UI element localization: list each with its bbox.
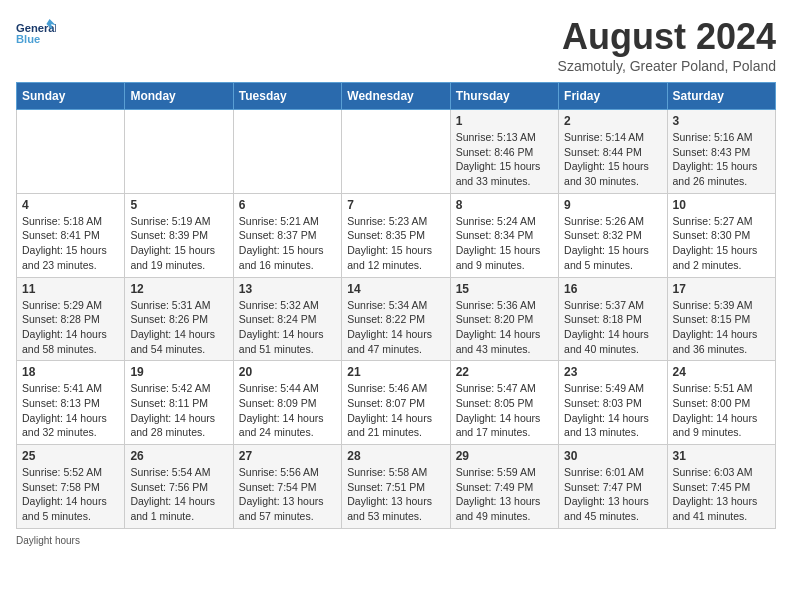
calendar-table: SundayMondayTuesdayWednesdayThursdayFrid… <box>16 82 776 529</box>
day-number: 7 <box>347 198 444 212</box>
calendar-week-row: 4Sunrise: 5:18 AMSunset: 8:41 PMDaylight… <box>17 193 776 277</box>
calendar-cell <box>233 110 341 194</box>
day-info: Sunrise: 5:14 AMSunset: 8:44 PMDaylight:… <box>564 130 661 189</box>
logo: General Blue <box>16 16 56 51</box>
calendar-cell: 4Sunrise: 5:18 AMSunset: 8:41 PMDaylight… <box>17 193 125 277</box>
calendar-cell: 5Sunrise: 5:19 AMSunset: 8:39 PMDaylight… <box>125 193 233 277</box>
day-info: Sunrise: 5:42 AMSunset: 8:11 PMDaylight:… <box>130 381 227 440</box>
day-info: Sunrise: 5:18 AMSunset: 8:41 PMDaylight:… <box>22 214 119 273</box>
day-info: Sunrise: 5:39 AMSunset: 8:15 PMDaylight:… <box>673 298 770 357</box>
calendar-cell: 15Sunrise: 5:36 AMSunset: 8:20 PMDayligh… <box>450 277 558 361</box>
calendar-cell: 16Sunrise: 5:37 AMSunset: 8:18 PMDayligh… <box>559 277 667 361</box>
day-number: 5 <box>130 198 227 212</box>
day-number: 22 <box>456 365 553 379</box>
day-number: 11 <box>22 282 119 296</box>
day-info: Sunrise: 5:59 AMSunset: 7:49 PMDaylight:… <box>456 465 553 524</box>
calendar-cell: 7Sunrise: 5:23 AMSunset: 8:35 PMDaylight… <box>342 193 450 277</box>
day-number: 4 <box>22 198 119 212</box>
day-number: 10 <box>673 198 770 212</box>
month-title: August 2024 <box>558 16 776 58</box>
calendar-cell: 26Sunrise: 5:54 AMSunset: 7:56 PMDayligh… <box>125 445 233 529</box>
day-number: 16 <box>564 282 661 296</box>
calendar-cell: 29Sunrise: 5:59 AMSunset: 7:49 PMDayligh… <box>450 445 558 529</box>
day-number: 1 <box>456 114 553 128</box>
calendar-week-row: 11Sunrise: 5:29 AMSunset: 8:28 PMDayligh… <box>17 277 776 361</box>
day-number: 13 <box>239 282 336 296</box>
day-info: Sunrise: 6:01 AMSunset: 7:47 PMDaylight:… <box>564 465 661 524</box>
calendar-cell: 22Sunrise: 5:47 AMSunset: 8:05 PMDayligh… <box>450 361 558 445</box>
day-info: Sunrise: 5:21 AMSunset: 8:37 PMDaylight:… <box>239 214 336 273</box>
calendar-cell: 6Sunrise: 5:21 AMSunset: 8:37 PMDaylight… <box>233 193 341 277</box>
day-info: Sunrise: 5:13 AMSunset: 8:46 PMDaylight:… <box>456 130 553 189</box>
weekday-header-tuesday: Tuesday <box>233 83 341 110</box>
day-number: 23 <box>564 365 661 379</box>
day-info: Sunrise: 5:16 AMSunset: 8:43 PMDaylight:… <box>673 130 770 189</box>
calendar-cell: 28Sunrise: 5:58 AMSunset: 7:51 PMDayligh… <box>342 445 450 529</box>
calendar-cell: 9Sunrise: 5:26 AMSunset: 8:32 PMDaylight… <box>559 193 667 277</box>
day-info: Sunrise: 5:27 AMSunset: 8:30 PMDaylight:… <box>673 214 770 273</box>
calendar-week-row: 1Sunrise: 5:13 AMSunset: 8:46 PMDaylight… <box>17 110 776 194</box>
weekday-header-monday: Monday <box>125 83 233 110</box>
day-info: Sunrise: 5:32 AMSunset: 8:24 PMDaylight:… <box>239 298 336 357</box>
day-number: 14 <box>347 282 444 296</box>
day-number: 6 <box>239 198 336 212</box>
day-number: 2 <box>564 114 661 128</box>
location-title: Szamotuly, Greater Poland, Poland <box>558 58 776 74</box>
day-number: 24 <box>673 365 770 379</box>
day-number: 8 <box>456 198 553 212</box>
day-number: 18 <box>22 365 119 379</box>
calendar-cell: 21Sunrise: 5:46 AMSunset: 8:07 PMDayligh… <box>342 361 450 445</box>
weekday-header-wednesday: Wednesday <box>342 83 450 110</box>
calendar-cell: 13Sunrise: 5:32 AMSunset: 8:24 PMDayligh… <box>233 277 341 361</box>
day-info: Sunrise: 5:26 AMSunset: 8:32 PMDaylight:… <box>564 214 661 273</box>
header: General Blue August 2024 Szamotuly, Grea… <box>16 16 776 74</box>
calendar-cell: 30Sunrise: 6:01 AMSunset: 7:47 PMDayligh… <box>559 445 667 529</box>
day-number: 31 <box>673 449 770 463</box>
day-info: Sunrise: 5:29 AMSunset: 8:28 PMDaylight:… <box>22 298 119 357</box>
logo-icon: General Blue <box>16 16 56 51</box>
calendar-week-row: 25Sunrise: 5:52 AMSunset: 7:58 PMDayligh… <box>17 445 776 529</box>
calendar-cell: 25Sunrise: 5:52 AMSunset: 7:58 PMDayligh… <box>17 445 125 529</box>
day-info: Sunrise: 5:19 AMSunset: 8:39 PMDaylight:… <box>130 214 227 273</box>
calendar-cell: 20Sunrise: 5:44 AMSunset: 8:09 PMDayligh… <box>233 361 341 445</box>
day-number: 15 <box>456 282 553 296</box>
title-area: August 2024 Szamotuly, Greater Poland, P… <box>558 16 776 74</box>
day-info: Sunrise: 5:36 AMSunset: 8:20 PMDaylight:… <box>456 298 553 357</box>
day-info: Sunrise: 5:44 AMSunset: 8:09 PMDaylight:… <box>239 381 336 440</box>
day-number: 9 <box>564 198 661 212</box>
calendar-cell: 31Sunrise: 6:03 AMSunset: 7:45 PMDayligh… <box>667 445 775 529</box>
day-info: Sunrise: 6:03 AMSunset: 7:45 PMDaylight:… <box>673 465 770 524</box>
calendar-cell: 14Sunrise: 5:34 AMSunset: 8:22 PMDayligh… <box>342 277 450 361</box>
calendar-cell: 19Sunrise: 5:42 AMSunset: 8:11 PMDayligh… <box>125 361 233 445</box>
day-info: Sunrise: 5:47 AMSunset: 8:05 PMDaylight:… <box>456 381 553 440</box>
day-info: Sunrise: 5:34 AMSunset: 8:22 PMDaylight:… <box>347 298 444 357</box>
weekday-header-friday: Friday <box>559 83 667 110</box>
day-info: Sunrise: 5:52 AMSunset: 7:58 PMDaylight:… <box>22 465 119 524</box>
weekday-header-thursday: Thursday <box>450 83 558 110</box>
calendar-cell: 11Sunrise: 5:29 AMSunset: 8:28 PMDayligh… <box>17 277 125 361</box>
calendar-cell: 2Sunrise: 5:14 AMSunset: 8:44 PMDaylight… <box>559 110 667 194</box>
day-number: 26 <box>130 449 227 463</box>
day-info: Sunrise: 5:46 AMSunset: 8:07 PMDaylight:… <box>347 381 444 440</box>
day-info: Sunrise: 5:31 AMSunset: 8:26 PMDaylight:… <box>130 298 227 357</box>
day-number: 21 <box>347 365 444 379</box>
calendar-cell: 8Sunrise: 5:24 AMSunset: 8:34 PMDaylight… <box>450 193 558 277</box>
calendar-cell: 27Sunrise: 5:56 AMSunset: 7:54 PMDayligh… <box>233 445 341 529</box>
day-number: 27 <box>239 449 336 463</box>
day-info: Sunrise: 5:41 AMSunset: 8:13 PMDaylight:… <box>22 381 119 440</box>
day-number: 28 <box>347 449 444 463</box>
day-number: 12 <box>130 282 227 296</box>
day-info: Sunrise: 5:37 AMSunset: 8:18 PMDaylight:… <box>564 298 661 357</box>
calendar-cell: 10Sunrise: 5:27 AMSunset: 8:30 PMDayligh… <box>667 193 775 277</box>
day-number: 25 <box>22 449 119 463</box>
day-info: Sunrise: 5:58 AMSunset: 7:51 PMDaylight:… <box>347 465 444 524</box>
day-info: Sunrise: 5:23 AMSunset: 8:35 PMDaylight:… <box>347 214 444 273</box>
weekday-header-row: SundayMondayTuesdayWednesdayThursdayFrid… <box>17 83 776 110</box>
day-info: Sunrise: 5:56 AMSunset: 7:54 PMDaylight:… <box>239 465 336 524</box>
calendar-cell: 23Sunrise: 5:49 AMSunset: 8:03 PMDayligh… <box>559 361 667 445</box>
calendar-cell: 3Sunrise: 5:16 AMSunset: 8:43 PMDaylight… <box>667 110 775 194</box>
calendar-cell <box>342 110 450 194</box>
day-number: 3 <box>673 114 770 128</box>
calendar-cell: 12Sunrise: 5:31 AMSunset: 8:26 PMDayligh… <box>125 277 233 361</box>
calendar-cell <box>125 110 233 194</box>
